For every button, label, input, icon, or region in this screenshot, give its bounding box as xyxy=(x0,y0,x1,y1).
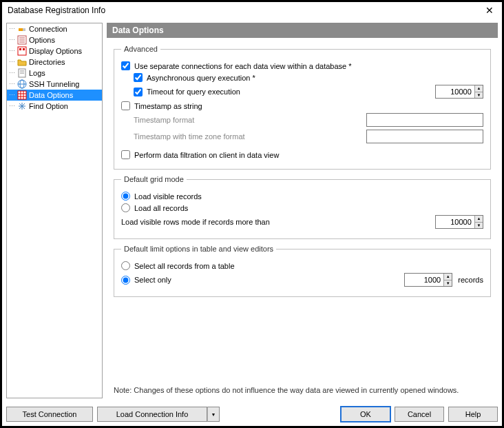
timestamp-string-checkbox[interactable] xyxy=(121,101,130,110)
grid-mode-legend: Default grid mode xyxy=(121,175,187,183)
svg-rect-8 xyxy=(19,48,21,50)
sidebar-item-data-options[interactable]: ⋯ Data Options xyxy=(7,90,102,101)
threshold-input[interactable]: ▲▼ xyxy=(435,215,483,229)
load-connection-dropdown[interactable]: ▼ xyxy=(207,407,220,422)
grid-icon xyxy=(17,90,27,100)
select-all-radio[interactable] xyxy=(121,261,130,270)
load-visible-radio[interactable] xyxy=(121,192,130,201)
load-connection-button[interactable]: Load Connection Info xyxy=(97,407,207,422)
svg-rect-16 xyxy=(18,91,26,99)
timestamp-tz-label: Timestamp with time zone format xyxy=(134,132,245,141)
sidebar-item-ssh[interactable]: ⋯ SSH Tunneling xyxy=(7,79,102,90)
spin-up-icon[interactable]: ▲ xyxy=(475,85,483,92)
svg-rect-7 xyxy=(18,47,26,55)
chevron-down-icon: ▼ xyxy=(211,412,216,417)
sidebar-item-label: SSH Tunneling xyxy=(29,80,79,88)
timestamp-format-label: Timestamp format xyxy=(134,116,194,124)
sidebar-item-label: Connection xyxy=(29,25,67,33)
select-only-label: Select only xyxy=(134,276,171,284)
spin-down-icon[interactable]: ▼ xyxy=(444,281,452,287)
advanced-group: Advanced Use separate connections for ea… xyxy=(114,45,491,170)
timestamp-string-label: Timestamp as string xyxy=(134,102,202,110)
timeout-spinner[interactable]: ▲▼ xyxy=(474,85,483,98)
help-button[interactable]: Help xyxy=(448,407,498,422)
window-title: Database Registration Info xyxy=(8,6,483,15)
folder-icon xyxy=(17,57,27,67)
ok-button[interactable]: OK xyxy=(341,407,390,422)
select-only-radio[interactable] xyxy=(121,276,130,285)
sidebar-item-options[interactable]: ⋯ Options xyxy=(7,34,102,45)
threshold-value[interactable] xyxy=(436,216,474,228)
cancel-button[interactable]: Cancel xyxy=(395,407,444,422)
limit-legend: Default limit options in table and view … xyxy=(121,245,276,253)
timestamp-tz-input[interactable] xyxy=(366,130,483,143)
spin-up-icon[interactable]: ▲ xyxy=(475,216,483,223)
dialog-window: Database Registration Info ✕ ⋯ Connectio… xyxy=(1,1,503,427)
sidebar: ⋯ Connection ⋯ Options ⋯ Display Options… xyxy=(6,23,103,398)
load-all-radio[interactable] xyxy=(121,203,130,212)
advanced-legend: Advanced xyxy=(121,45,160,53)
sidebar-item-label: Logs xyxy=(29,69,45,77)
footer: Test Connection Load Connection Info ▼ O… xyxy=(2,402,502,426)
sidebar-item-label: Directories xyxy=(29,58,65,66)
use-separate-checkbox[interactable] xyxy=(121,61,130,70)
panel-content: Advanced Use separate connections for ea… xyxy=(107,38,498,398)
timeout-label: Timeout for query execution xyxy=(147,88,240,96)
spin-down-icon[interactable]: ▼ xyxy=(475,92,483,99)
select-all-label: Select all records from a table xyxy=(134,262,235,270)
sidebar-item-find-option[interactable]: ⋯ Find Option xyxy=(7,101,102,112)
filtration-checkbox[interactable] xyxy=(121,150,130,159)
globe-icon xyxy=(17,79,27,89)
timeout-value[interactable] xyxy=(436,85,474,98)
timeout-input[interactable]: ▲▼ xyxy=(435,85,483,99)
async-query-label: Asynchronous query execution * xyxy=(147,74,255,82)
timestamp-format-input[interactable] xyxy=(366,113,483,127)
spin-up-icon[interactable]: ▲ xyxy=(444,274,452,281)
list-icon xyxy=(17,35,27,45)
sidebar-item-connection[interactable]: ⋯ Connection xyxy=(7,23,102,34)
sidebar-item-label: Options xyxy=(29,36,55,44)
note-text: Note: Changes of these options do not in… xyxy=(114,382,491,396)
filtration-label: Perform data filtration on client in dat… xyxy=(134,151,279,159)
sidebar-item-label: Find Option xyxy=(29,102,68,110)
main-panel: Data Options Advanced Use separate conne… xyxy=(107,23,498,398)
svg-rect-9 xyxy=(23,48,25,50)
spin-down-icon[interactable]: ▼ xyxy=(475,223,483,229)
dialog-body: ⋯ Connection ⋯ Options ⋯ Display Options… xyxy=(2,19,502,402)
limit-group: Default limit options in table and view … xyxy=(114,245,491,297)
records-label: records xyxy=(458,276,483,284)
test-connection-button[interactable]: Test Connection xyxy=(6,407,93,422)
sidebar-item-logs[interactable]: ⋯ Logs xyxy=(7,68,102,79)
sidebar-item-directories[interactable]: ⋯ Directories xyxy=(7,57,102,68)
load-all-label: Load all records xyxy=(134,204,188,212)
svg-rect-0 xyxy=(19,28,23,31)
logs-icon xyxy=(17,68,27,78)
close-icon[interactable]: ✕ xyxy=(483,5,496,16)
grid-mode-group: Default grid mode Load visible records L… xyxy=(114,175,491,239)
panel-header: Data Options xyxy=(107,23,498,38)
find-icon xyxy=(17,101,27,111)
async-query-checkbox[interactable] xyxy=(134,73,143,82)
select-only-spinner[interactable]: ▲▼ xyxy=(443,274,452,286)
select-only-input[interactable]: ▲▼ xyxy=(404,273,452,287)
sidebar-item-label: Data Options xyxy=(29,91,73,99)
use-separate-label: Use separate connections for each data v… xyxy=(134,62,352,70)
sidebar-item-display-options[interactable]: ⋯ Display Options xyxy=(7,45,102,57)
title-bar: Database Registration Info ✕ xyxy=(2,2,502,19)
threshold-spinner[interactable]: ▲▼ xyxy=(474,216,483,228)
timeout-checkbox[interactable] xyxy=(134,88,143,96)
select-only-value[interactable] xyxy=(405,274,443,286)
load-visible-label: Load visible records xyxy=(134,192,202,201)
plug-icon xyxy=(17,24,27,34)
display-icon xyxy=(17,46,27,56)
threshold-label: Load visible rows mode if records more t… xyxy=(121,218,270,226)
sidebar-item-label: Display Options xyxy=(29,47,82,55)
